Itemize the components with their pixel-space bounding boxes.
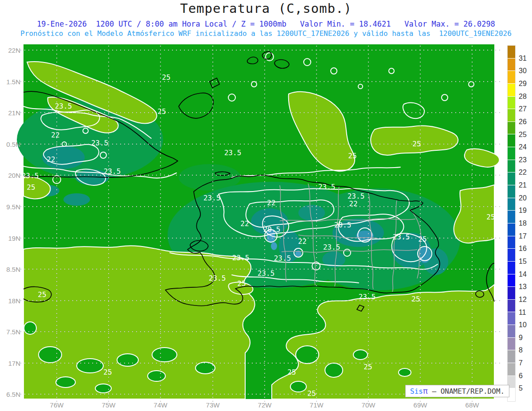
colorbar-cell [508, 236, 515, 249]
x-axis-label: 75W [102, 401, 116, 409]
y-axis-label: 18N [1, 297, 20, 305]
y-axis-label: 1.5N [1, 78, 20, 86]
colorbar-cell [508, 134, 515, 147]
x-axis-label: 72W [258, 401, 272, 409]
colorbar-cell [508, 287, 515, 300]
x-axis-label: 70W [362, 401, 376, 409]
colorbar-cell [508, 223, 515, 236]
temperature-map-svg [23, 44, 503, 399]
colorbar-cell [508, 109, 515, 122]
colorbar-label: 15 [519, 258, 532, 266]
x-axis-label: 69W [414, 401, 427, 409]
colorbar-label: 21 [519, 181, 532, 189]
colorbar-cell [508, 325, 515, 338]
contour-value-label: 25 [38, 290, 46, 299]
colorbar-label: 11 [519, 309, 532, 317]
colorbar-label: 27 [519, 105, 532, 113]
contour-value-label: 25 [411, 295, 420, 303]
colorbar-label: 17 [519, 232, 532, 240]
y-axis-label: 8.5N [1, 266, 20, 273]
contour-value-label: 25 [287, 368, 296, 376]
contour-value-label: 22 [51, 131, 59, 139]
y-axis-label: 19N [1, 235, 20, 242]
colorbar-label: 7 [519, 359, 532, 367]
colorbar-cell [508, 84, 515, 97]
y-axis-label: 17N [1, 360, 20, 367]
colorbar-label: 16 [519, 245, 532, 253]
contour-value-label: 23.5 [22, 172, 39, 180]
colorbar-label: 30 [519, 67, 532, 75]
colorbar-label: 25 [519, 131, 532, 139]
contour-value-label: 23.5 [393, 233, 410, 241]
page-title: Temperatura (C,somb.) [0, 1, 532, 16]
contour-value-label: 22 [298, 237, 306, 246]
y-axis-label: 22N [1, 47, 20, 54]
contour-value-label: 25 [412, 140, 421, 148]
y-axis-label: 21N [1, 109, 20, 117]
y-axis-label: 20N [1, 172, 20, 179]
contour-value-label: 25 [364, 363, 372, 371]
contour-value-label: 25 [418, 235, 426, 243]
contour-value-label: 22 [349, 200, 357, 208]
colorbar-label: 14 [519, 270, 532, 278]
contour-value-label: 23.5 [104, 167, 121, 176]
colorbar-cell [508, 172, 515, 185]
colorbar-label: 9 [519, 334, 532, 342]
colorbar-cell [508, 97, 515, 110]
colorbar-cell [508, 350, 515, 363]
colorbar [508, 46, 515, 401]
colorbar-label: 24 [519, 143, 532, 151]
subtitle-forecast-time: 19-Ene-2026 1200 UTC / 8:00 am Hora Loca… [0, 20, 532, 28]
x-axis-label: 68W [466, 401, 479, 409]
colorbar-label: 19 [519, 207, 532, 215]
colorbar-cell [508, 59, 515, 71]
map-area: 23.52525222223.523.523.52523.5252523.522… [23, 44, 503, 399]
y-axis-label: 9.5N [1, 203, 20, 211]
colorbar-label: 10 [519, 321, 532, 329]
colorbar-label: 20 [519, 194, 532, 202]
contour-value-label: 23.5 [203, 194, 221, 202]
colorbar-cell [508, 300, 515, 313]
contour-value-label: 25 [486, 213, 495, 221]
colorbar-label: 6 [519, 372, 532, 380]
x-axis-label: 73W [206, 401, 220, 409]
credit-org: – ONAMET/REP.DOM. [428, 387, 505, 395]
colorbar-cell [508, 122, 515, 135]
colorbar-label: 26 [519, 118, 532, 126]
x-axis-label: 74W [154, 401, 168, 409]
y-axis-label: 0.5N [1, 141, 20, 148]
colorbar-cell [508, 185, 515, 198]
colorbar-cell [508, 363, 515, 376]
colorbar-label: 8 [519, 346, 532, 354]
colorbar-label: 18 [519, 219, 532, 227]
contour-value-label: 23.5 [359, 293, 376, 301]
weather-map-page: Temperatura (C,somb.) 19-Ene-2026 1200 U… [0, 0, 532, 411]
colorbar-cell [508, 160, 515, 173]
colorbar-label: 5 [519, 384, 532, 392]
colorbar-label: 12 [519, 296, 532, 304]
contour-value-label: 22 [47, 155, 55, 164]
contour-value-label: 23.5 [274, 254, 291, 262]
contour-value-label: 25 [348, 152, 356, 160]
y-axis-label: 6.5N [1, 391, 20, 398]
colorbar-cell [508, 71, 515, 84]
colorbar-cell [508, 338, 515, 351]
contour-value-label: 23.5 [224, 149, 242, 157]
credit-sis: Sis [410, 387, 423, 395]
colorbar-label: 31 [519, 55, 532, 63]
contour-value-label: 23.5 [232, 254, 250, 262]
x-axis-label: 76W [50, 401, 64, 409]
colorbar-cell [508, 262, 515, 274]
colorbar-cell [508, 249, 515, 262]
contour-value-label: 22 [267, 199, 275, 207]
contour-value-label: 20.5 [334, 221, 352, 229]
contour-value-label: 25 [157, 107, 166, 116]
contour-value-label: 20.5 [263, 225, 281, 234]
colorbar-label: 22 [519, 168, 532, 176]
contour-value-label: 25 [27, 183, 35, 192]
colorbar-cell [508, 211, 515, 223]
colorbar-cell [508, 312, 515, 325]
colorbar-label: 29 [519, 80, 532, 88]
contour-value-label: 22 [240, 219, 249, 228]
credit-pi-icon: π [423, 386, 428, 395]
